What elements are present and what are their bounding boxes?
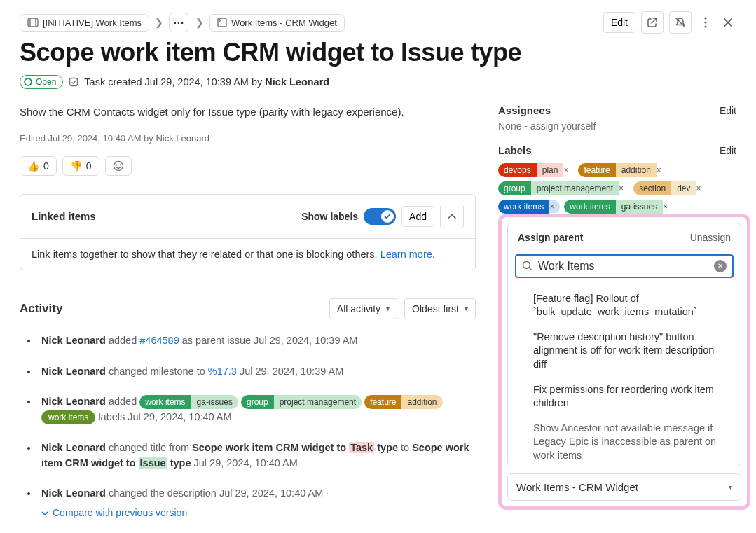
parent-selected[interactable]: Work Items - CRM Widget ▾ <box>507 473 741 501</box>
page-icon <box>217 18 227 27</box>
chevron-down-icon: ▾ <box>729 483 732 491</box>
activity-item: Nick Leonard changed the description Jul… <box>38 486 476 521</box>
remove-label[interactable]: × <box>696 182 707 195</box>
label-pill[interactable]: sectiondev× <box>633 181 706 195</box>
remove-label[interactable]: × <box>549 200 560 213</box>
label-pill[interactable]: work itemsga-issues <box>139 395 238 409</box>
milestone-link[interactable]: %17.3 <box>208 366 237 377</box>
state-badge: Open <box>20 75 63 89</box>
parent-result-item[interactable]: [Feature flag] Rollout of `bulk_update_w… <box>508 286 741 325</box>
bell-slash-icon <box>675 17 686 28</box>
svg-point-4 <box>25 78 32 85</box>
more-actions-button[interactable] <box>697 17 714 28</box>
breadcrumb-ellipsis[interactable]: … <box>169 13 188 32</box>
linked-items-empty: Link items together to show that they're… <box>20 238 475 270</box>
issue-link[interactable]: #464589 <box>139 335 179 346</box>
parent-results: [Feature flag] Rollout of `bulk_update_w… <box>508 284 741 466</box>
thumbs-down-button[interactable]: 👎 0 <box>62 156 99 176</box>
open-icon <box>24 78 32 86</box>
remove-label[interactable]: × <box>657 164 667 176</box>
label-pill[interactable]: groupproject management <box>241 395 362 409</box>
labels-edit[interactable]: Edit <box>720 145 736 156</box>
page-title: Scope work item CRM widget to Issue type <box>20 36 736 69</box>
activity-heading: Activity <box>20 302 62 316</box>
add-linked-item-button[interactable]: Add <box>401 206 434 227</box>
linked-items-card: Linked items Show labels Add Link items … <box>20 194 476 270</box>
linked-items-title: Linked items <box>32 210 96 222</box>
breadcrumb-current-label: Work Items - CRM Widget <box>231 18 337 28</box>
remove-label[interactable]: × <box>663 200 673 213</box>
show-labels-label: Show labels <box>301 211 358 222</box>
notifications-button[interactable] <box>669 11 692 34</box>
svg-point-2 <box>704 21 706 23</box>
activity-item: Nick Leonard added #464589 as parent iss… <box>38 333 476 349</box>
initiative-icon <box>27 18 39 27</box>
activity-item: Nick Leonard added work itemsga-issues g… <box>38 394 476 425</box>
breadcrumb-divider: ❯ <box>151 17 167 28</box>
check-icon <box>384 213 391 220</box>
clear-search[interactable]: ✕ <box>714 260 727 272</box>
external-link-icon <box>647 17 658 28</box>
svg-rect-5 <box>70 78 78 85</box>
parent-result-item[interactable]: Show Ancestor not available message if L… <box>508 416 741 466</box>
svg-point-8 <box>119 164 121 165</box>
assignees-label: Assignees <box>498 104 551 116</box>
task-icon <box>69 77 78 87</box>
labels-label: Labels <box>498 144 532 156</box>
svg-point-9 <box>523 262 530 269</box>
label-pill[interactable]: devopsplan× <box>498 163 574 177</box>
chevron-down-icon: ▾ <box>465 305 468 312</box>
svg-point-1 <box>704 17 706 19</box>
svg-rect-0 <box>218 18 226 27</box>
chevron-up-icon <box>448 214 456 219</box>
assignees-empty[interactable]: None - assign yourself <box>498 120 736 132</box>
activity-list: Nick Leonard added #464589 as parent iss… <box>20 333 476 522</box>
svg-point-3 <box>704 25 706 27</box>
meta-text: Task created Jul 29, 2024, 10:39 AM by N… <box>84 76 329 88</box>
breadcrumb-current[interactable]: Work Items - CRM Widget <box>209 14 345 32</box>
breadcrumb-initiative[interactable]: [INITIATIVE] Work Items <box>20 14 149 32</box>
parent-result-item[interactable]: Fix permissions for reordering work item… <box>508 378 741 416</box>
label-pill[interactable]: featureaddition <box>364 395 442 409</box>
learn-more-link[interactable]: Learn more. <box>380 249 435 260</box>
search-icon <box>522 261 532 271</box>
breadcrumb-divider: ❯ <box>191 17 208 28</box>
label-pill[interactable]: work items <box>41 410 95 424</box>
activity-filter[interactable]: All activity▾ <box>329 298 397 319</box>
label-pill[interactable]: groupproject management× <box>498 181 629 195</box>
assign-parent-popover: Assign parent Unassign ✕ [Feature flag] … <box>498 214 750 510</box>
show-labels-toggle[interactable] <box>364 208 396 225</box>
collapse-linked-items[interactable] <box>440 205 464 228</box>
unassign-parent[interactable]: Unassign <box>690 232 731 243</box>
assign-parent-title: Assign parent <box>518 232 583 243</box>
svg-point-6 <box>114 161 123 170</box>
parent-search-input[interactable] <box>538 260 708 272</box>
remove-label[interactable]: × <box>619 182 629 195</box>
add-reaction-button[interactable] <box>105 156 132 176</box>
label-pill[interactable]: featureaddition× <box>578 163 666 177</box>
parent-search: ✕ <box>515 254 734 278</box>
remove-label[interactable]: × <box>563 164 574 176</box>
thumbs-up-button[interactable]: 👍 0 <box>20 156 57 176</box>
activity-item: Nick Leonard changed title from Scope wo… <box>38 441 476 471</box>
assignees-edit[interactable]: Edit <box>720 105 736 116</box>
edited-note: Edited Jul 29, 2024, 10:40 AM by Nick Le… <box>20 133 476 144</box>
label-pill[interactable]: work items× <box>498 200 560 214</box>
parent-result-item[interactable]: "Remove description history" button alig… <box>508 325 741 378</box>
activity-item: Nick Leonard changed milestone to %17.3 … <box>38 364 476 380</box>
activity-sort[interactable]: Oldest first▾ <box>404 298 476 319</box>
description: Show the CRM Contacts widget only for Is… <box>20 106 476 118</box>
breadcrumb: [INITIATIVE] Work Items ❯ … ❯ Work Items… <box>20 13 345 32</box>
svg-point-7 <box>116 164 117 165</box>
close-button[interactable] <box>720 18 736 27</box>
label-pill[interactable]: work itemsga-issues× <box>564 200 673 214</box>
chevron-down-icon: ▾ <box>386 305 390 312</box>
compare-version-link[interactable]: Compare with previous version <box>41 506 187 520</box>
breadcrumb-initiative-label: [INITIATIVE] Work Items <box>43 18 142 28</box>
new-window-button[interactable] <box>641 11 664 34</box>
smile-icon <box>113 160 124 172</box>
chevron-down-icon <box>41 510 48 517</box>
edit-button[interactable]: Edit <box>603 12 635 33</box>
